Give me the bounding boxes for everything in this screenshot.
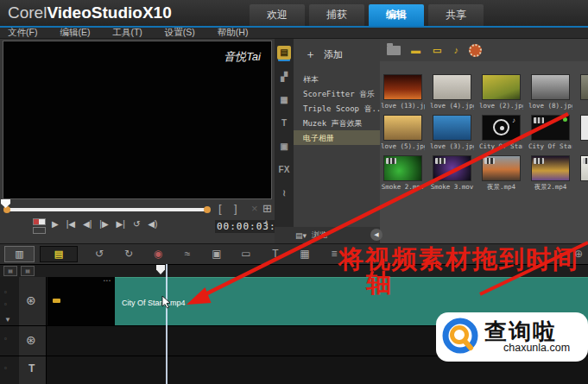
vinyl-record-icon [493,119,509,135]
annotation-text-line2: 轴 [366,267,391,301]
next-frame-button[interactable]: |▶ [99,215,108,234]
timecode-stepper[interactable]: ▲▼ [264,218,269,229]
browse-icon: ▤▾ [295,231,307,240]
overlay-track-option-icon[interactable]: ▫ [4,335,7,343]
media-thumbnail[interactable]: love [578,115,588,155]
library-item-muzek[interactable]: Muzek 声音效果 [294,116,380,130]
clip-mode-icon[interactable] [33,227,46,234]
chevron-down-icon[interactable]: ▼ [4,316,11,324]
menu-edit[interactable]: 编辑(E) [60,27,90,39]
track-filter-button[interactable]: ▤ [21,266,35,276]
project-mode-icon[interactable] [33,218,46,225]
media-thumbnail[interactable]: love (4).jpg [430,74,479,115]
redo-button[interactable]: ↻ [114,245,143,263]
sound-mixer-button[interactable]: ≈ [173,245,202,263]
video-clip-thumbnail[interactable]: ••• [47,277,115,325]
library-item-ealbum[interactable]: 电子相册 [294,130,380,145]
media-thumbnail[interactable]: Smoke 3.mov [430,155,479,196]
media-thumbnail[interactable]: City Of Star... [528,115,578,155]
media-thumbnail[interactable]: ♪ City Of Star... [479,115,528,155]
film-badge-icon [534,158,544,164]
media-thumbnail[interactable]: love (5).jpg [381,115,430,155]
motion-path-icon[interactable]: ≀ [282,187,286,199]
undo-button[interactable]: ↺ [85,245,114,263]
menu-file[interactable]: 文件(F) [8,27,37,39]
title-track-icon[interactable]: T [28,362,35,375]
photo-icon[interactable]: ▦ [280,94,288,106]
mark-in-button[interactable]: [ [218,202,222,215]
overlay-icon[interactable]: ▣ [280,141,288,153]
media-badge-icon[interactable] [469,44,482,57]
trim-handle-end[interactable] [204,206,211,213]
subtitle-button[interactable]: T [261,245,290,263]
add-folder-button[interactable]: ＋添加 [294,39,380,62]
timeline-playhead[interactable] [166,264,168,384]
title-track-option-icon[interactable]: ▫ [4,364,7,372]
prev-frame-button[interactable]: ◀| [83,215,92,234]
mix-track-button[interactable]: ▭ [231,245,261,263]
track-lock-icon[interactable]: ▫ [4,300,7,308]
media-thumbnail[interactable]: love (3).jpg [430,115,479,155]
tab-capture[interactable]: 捕获 [309,4,364,26]
transitions-icon[interactable]: ▞ [281,71,288,83]
filter-video-button[interactable]: ▬ [411,45,420,56]
overlay-track-icon[interactable]: ⊛ [26,333,36,347]
filter-audio-button[interactable]: ♪ [453,45,458,56]
filter-photo-button[interactable]: ▭ [433,45,441,56]
go-end-button[interactable]: ▶| [117,215,125,234]
volume-button[interactable]: ◀) [148,215,157,234]
tab-share[interactable]: 共享 [428,4,484,26]
media-thumbnail[interactable]: 夜景2.mp4 [528,155,578,196]
storyboard-view-button[interactable]: ▥ [4,246,35,262]
clip-menu-dots[interactable]: ••• [104,278,111,283]
snapshot-icon[interactable]: ⊞ [262,202,272,215]
video-track-icon[interactable]: ⊛ [26,293,36,307]
videostudio-window: CorelVideoStudioX10 欢迎捕获编辑共享 文件(F)编辑(E)工… [0,0,588,384]
media-library-icon[interactable]: ▤ [277,46,290,60]
clip-logo-mark [53,299,60,303]
menu-tools[interactable]: 工具(T) [112,27,142,39]
library-item-triplescoop[interactable]: Triple Scoop 音... [294,101,380,116]
play-button[interactable]: ▶ [52,215,59,234]
mark-out-button[interactable]: ] [234,202,237,215]
title-icon[interactable]: T [281,117,287,129]
media-thumbnail[interactable]: love [578,74,588,115]
library-item-samples[interactable]: 样本 [294,72,380,86]
media-thumbnail[interactable]: love [578,155,588,196]
media-thumbnail[interactable]: Smoke 2.mov [381,155,430,196]
site-name: 查询啦 [484,320,570,344]
tab-welcome[interactable]: 欢迎 [250,4,305,26]
media-thumbnail[interactable]: love (13).jpg [381,74,430,115]
film-badge-icon [583,158,588,164]
media-thumbnail[interactable]: love (8).jpg [528,74,578,115]
auto-music-button[interactable]: ▣ [202,245,231,263]
go-start-button[interactable]: |◀ [66,215,75,234]
preview-screen: 音悦Tai [3,41,272,199]
track-manager-button[interactable]: ▦ [290,245,319,263]
track-ripple-icon[interactable]: ▫ [4,288,7,296]
show-all-tracks-button[interactable]: ▤ [3,266,17,276]
scrubber-track[interactable] [7,208,207,211]
menu-help[interactable]: 帮助(H) [218,27,249,39]
record-capture-button[interactable]: ◉ [143,245,173,263]
folder-icon[interactable] [387,46,401,55]
timeline-view-button[interactable]: ▤ [40,246,78,262]
collapse-panel-button[interactable]: ◀ [370,229,383,241]
split-clip-icon[interactable]: × [251,202,258,215]
filter-icon[interactable]: FX [279,164,290,176]
tab-edit[interactable]: 编辑 [369,4,424,26]
repeat-button[interactable]: ↺ [133,215,140,234]
media-thumbnail[interactable]: love (2).jpg [479,74,528,115]
preview-panel: 音悦Tai [ ] × ⊞ ▶|◀◀||▶▶|↺◀) 00:00:03:26 ▲… [0,39,275,243]
library-item-scorefitter[interactable]: ScoreFitter 音乐 [294,86,380,101]
workspace-tabs: 欢迎捕获编辑共享 [250,4,484,26]
media-thumbnail[interactable]: 夜景.mp4 [479,155,528,196]
project-clip-toggle[interactable] [33,218,46,236]
trim-handle-start[interactable] [3,206,10,213]
browse-label[interactable]: 浏览 [312,230,327,241]
transport-controls: ▶|◀◀||▶▶|↺◀) [52,215,157,234]
preview-watermark: 音悦Tai [224,49,261,65]
film-badge-icon [484,158,495,164]
menu-settings[interactable]: 设置(S) [165,27,195,39]
film-badge-icon [435,158,446,164]
